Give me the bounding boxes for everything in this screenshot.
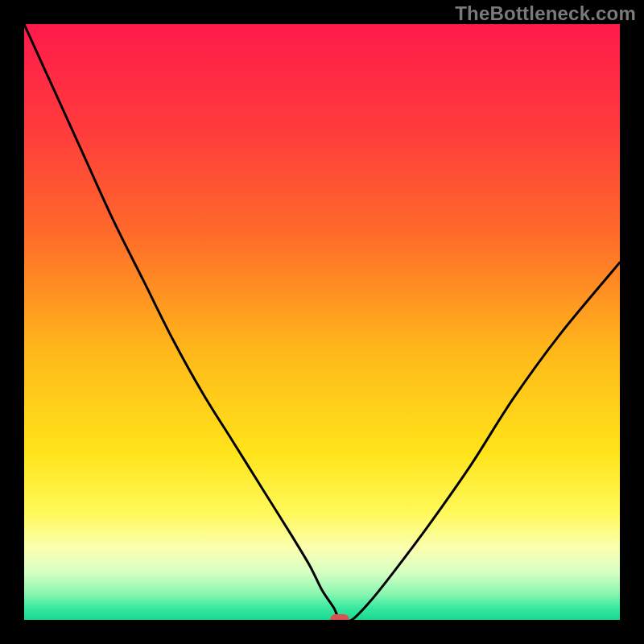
bottleneck-curve bbox=[24, 24, 620, 620]
plot-area bbox=[24, 24, 620, 620]
outer-frame: TheBottleneck.com bbox=[0, 0, 644, 644]
watermark-label: TheBottleneck.com bbox=[455, 2, 636, 25]
optimum-marker bbox=[330, 614, 349, 620]
